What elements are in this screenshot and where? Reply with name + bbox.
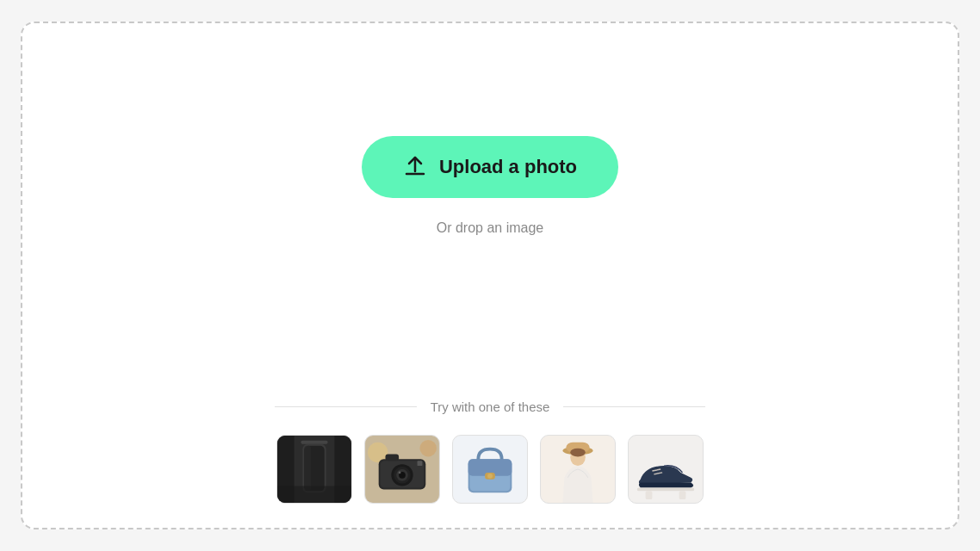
- svg-rect-4: [304, 446, 311, 492]
- svg-rect-19: [418, 461, 423, 466]
- thumbnail-camera[interactable]: [364, 435, 440, 504]
- divider-line-right: [563, 406, 705, 407]
- drop-text: Or drop an image: [437, 220, 544, 236]
- svg-rect-36: [679, 491, 686, 499]
- thumbnail-shoes[interactable]: [628, 435, 704, 504]
- thumbnail-bag[interactable]: [452, 435, 528, 504]
- svg-rect-18: [386, 454, 400, 461]
- svg-rect-35: [646, 491, 653, 499]
- svg-point-25: [487, 474, 493, 479]
- upload-area: Upload a photo Or drop an image: [22, 23, 958, 399]
- divider-row: Try with one of these: [275, 399, 705, 414]
- svg-rect-1: [301, 441, 327, 444]
- upload-button-label: Upload a photo: [439, 156, 577, 178]
- upload-button[interactable]: Upload a photo: [362, 136, 618, 198]
- upload-icon: [403, 155, 427, 179]
- svg-rect-7: [277, 486, 351, 504]
- suggestions-section: Try with one of these: [22, 399, 958, 528]
- svg-rect-34: [637, 487, 694, 491]
- drop-zone-container[interactable]: Upload a photo Or drop an image Try with…: [21, 22, 959, 529]
- thumbnail-tumbler[interactable]: [276, 435, 352, 504]
- svg-point-10: [419, 440, 437, 457]
- svg-point-17: [399, 471, 401, 474]
- svg-point-30: [570, 449, 586, 457]
- divider-label: Try with one of these: [417, 399, 564, 414]
- divider-line-left: [275, 406, 417, 407]
- thumbnail-person[interactable]: [540, 435, 616, 504]
- thumbnails-row: [276, 435, 704, 504]
